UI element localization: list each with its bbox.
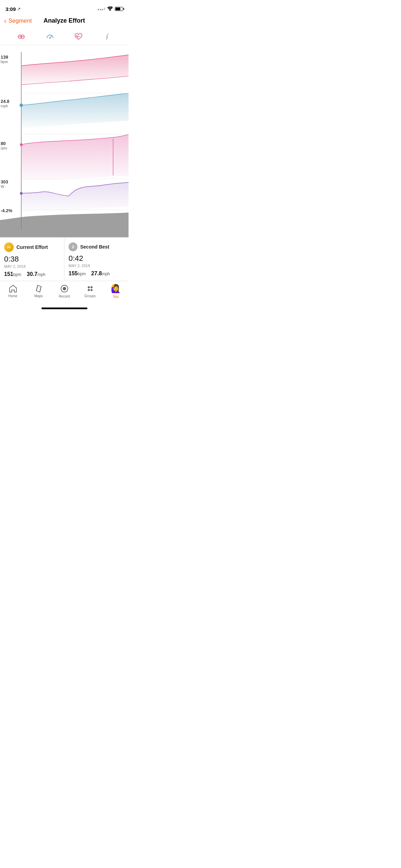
battery-icon <box>115 7 123 11</box>
power-tab[interactable] <box>100 31 115 43</box>
tab-home[interactable]: Home <box>3 285 23 298</box>
maps-icon <box>34 285 43 293</box>
svg-point-20 <box>63 287 66 290</box>
svg-point-6 <box>49 37 51 39</box>
current-bpm: 151bpm <box>4 271 21 277</box>
svg-point-22 <box>90 286 93 288</box>
svg-point-23 <box>88 289 90 291</box>
current-effort-time: 0:38 <box>4 255 60 264</box>
rank-badge: 2 <box>69 242 77 251</box>
status-bar: 3:09 ↗ <box>0 0 129 15</box>
record-icon <box>60 284 69 293</box>
svg-line-17 <box>36 285 38 291</box>
maps-tab-label: Maps <box>34 294 42 298</box>
current-effort-col: PR Current Effort 0:38 MAY 2, 2018 151bp… <box>0 238 64 281</box>
home-tab-label: Home <box>8 294 17 298</box>
second-best-date: MAY 2, 2018 <box>69 264 124 268</box>
svg-point-9 <box>20 104 23 107</box>
you-emoji-icon: 🙋‍♀️ <box>111 284 121 293</box>
second-best-time: 0:42 <box>69 254 124 263</box>
wifi-icon <box>107 7 113 12</box>
tab-groups[interactable]: Groups <box>80 285 100 298</box>
pr-badge: PR <box>4 242 14 252</box>
svg-point-24 <box>90 289 93 291</box>
tab-maps[interactable]: Maps <box>28 285 49 298</box>
current-effort-date: MAY 2, 2018 <box>4 264 60 268</box>
page-title: Analyze Effort <box>44 17 85 24</box>
tab-bar: Home Maps Record Groups 🙋‍♀️ You <box>0 281 129 305</box>
cadence-tab[interactable] <box>14 31 29 43</box>
current-effort-header: PR Current Effort <box>4 242 60 252</box>
back-chevron-icon: ‹ <box>4 17 7 25</box>
chart-tab-bar <box>0 28 129 45</box>
groups-icon <box>86 285 95 293</box>
record-tab-label: Record <box>59 294 70 298</box>
home-indicator <box>41 308 87 309</box>
nav-header: ‹ Segment Analyze Effort <box>0 15 129 28</box>
you-tab-label: You <box>113 295 119 299</box>
second-best-col: 2 Second Best 0:42 MAY 2, 2018 155bpm 27… <box>64 238 129 281</box>
svg-point-10 <box>20 143 23 146</box>
second-best-stats: 155bpm 27.8mph <box>69 270 124 277</box>
back-button[interactable]: ‹ Segment <box>4 17 32 25</box>
tab-record[interactable]: Record <box>54 284 75 298</box>
speed-tab[interactable] <box>42 31 58 43</box>
current-speed: 30.7mph <box>27 271 45 277</box>
location-icon: ↗ <box>17 7 21 11</box>
back-label: Segment <box>9 17 32 24</box>
svg-point-21 <box>88 286 90 288</box>
second-best-header: 2 Second Best <box>69 242 124 251</box>
groups-tab-label: Groups <box>84 294 96 298</box>
current-effort-label: Current Effort <box>16 244 48 250</box>
second-best-label: Second Best <box>80 244 109 250</box>
status-time: 3:09 <box>5 6 16 12</box>
tab-you[interactable]: 🙋‍♀️ You <box>106 284 126 299</box>
svg-point-0 <box>110 10 110 11</box>
metrics-panel: PR Current Effort 0:38 MAY 2, 2018 151bp… <box>0 237 129 281</box>
status-icons <box>98 7 123 12</box>
home-icon <box>9 285 17 293</box>
chart-area: 139 bpm 24.8 mph 80 rpm 303 W -4.2% <box>0 45 129 237</box>
second-speed: 27.8mph <box>91 270 110 277</box>
svg-line-18 <box>40 287 41 292</box>
second-bpm: 155bpm <box>69 270 86 277</box>
svg-point-11 <box>20 192 23 195</box>
signal-icon <box>98 8 105 10</box>
svg-point-4 <box>21 36 22 37</box>
heartrate-tab[interactable] <box>71 31 86 43</box>
current-effort-stats: 151bpm 30.7mph <box>4 271 60 277</box>
